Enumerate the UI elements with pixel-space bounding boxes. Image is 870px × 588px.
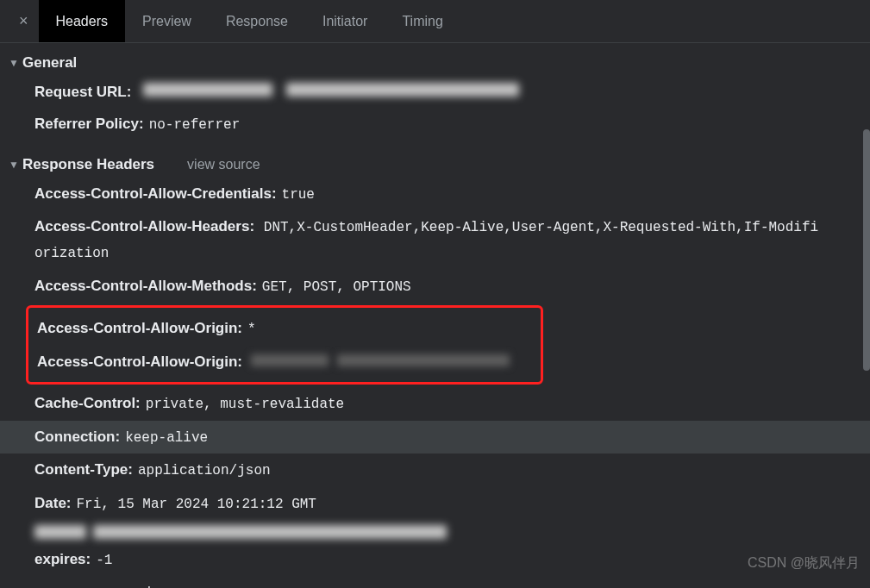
section-general-title: General [22, 54, 77, 72]
header-label: Content-Type: [34, 458, 133, 481]
cache-control-row: Cache-Control: private, must-revalidate [0, 387, 870, 421]
ac-allow-headers-row: Access-Control-Allow-Headers: DNT,X-Cust… [0, 210, 870, 269]
header-label: Cache-Control: [34, 391, 141, 415]
watermark: CSDN @晓风伴月 [748, 554, 860, 572]
tab-initiator[interactable]: Initiator [305, 0, 385, 42]
header-label: Access-Control-Allow-Methods: [34, 274, 257, 297]
scrollbar-thumb[interactable] [863, 129, 870, 371]
tab-preview[interactable]: Preview [125, 0, 209, 42]
referrer-policy-value: no-referrer [149, 115, 241, 137]
redacted-value [286, 83, 519, 97]
header-value: true [282, 185, 315, 207]
header-label: Access-Control-Allow-Origin: [37, 350, 242, 373]
ac-allow-origin-row-2: Access-Control-Allow-Origin: [37, 346, 541, 378]
ac-allow-credentials-row: Access-Control-Allow-Credentials: true [0, 178, 870, 211]
header-label: Access-Control-Allow-Credentials: [34, 182, 277, 205]
header-value: private, must-revalidate [146, 394, 344, 416]
header-label: pragma: [34, 580, 92, 588]
header-value: GET, POST, OPTIONS [262, 277, 411, 299]
connection-row: Connection: keep-alive [0, 421, 870, 454]
headers-panel: ▼ General Request URL: Referrer Policy: … [0, 43, 870, 588]
tab-response[interactable]: Response [209, 0, 305, 42]
request-url-label: Request URL: [34, 80, 131, 103]
chevron-down-icon: ▼ [9, 57, 17, 69]
header-value: DNT,X-CustomHeader,Keep-Alive,User-Agent… [264, 220, 825, 235]
header-label: Date: [34, 491, 72, 515]
header-value: * [247, 319, 256, 341]
section-response-headers-title: Response Headers [22, 156, 154, 173]
redacted-value [143, 83, 272, 97]
ac-allow-origin-row-1: Access-Control-Allow-Origin: * [37, 312, 541, 346]
header-value: keep-alive [125, 428, 208, 450]
request-url-row: Request URL: [0, 76, 870, 108]
header-value: no-cache [97, 583, 164, 588]
content-type-row: Content-Type: application/json [0, 454, 870, 487]
tab-headers[interactable]: Headers [39, 0, 125, 42]
pragma-row: pragma: no-cache [0, 576, 870, 588]
redacted-value [34, 525, 86, 539]
header-label: Access-Control-Allow-Headers: [34, 218, 254, 235]
view-source-link[interactable]: view source [187, 157, 260, 172]
header-value: application/json [138, 460, 271, 483]
header-label: Access-Control-Allow-Origin: [37, 316, 242, 340]
redacted-value [93, 525, 447, 539]
referrer-policy-row: Referrer Policy: no-referrer [0, 108, 870, 141]
highlighted-annotation-box: Access-Control-Allow-Origin: * Access-Co… [26, 305, 543, 385]
header-value: -1 [96, 550, 112, 572]
close-icon[interactable]: × [9, 12, 39, 30]
ac-allow-methods-row: Access-Control-Allow-Methods: GET, POST,… [0, 270, 870, 303]
tab-bar: × Headers Preview Response Initiator Tim… [0, 0, 870, 43]
date-row: Date: Fri, 15 Mar 2024 10:21:12 GMT [0, 487, 870, 521]
header-label: Connection: [34, 425, 120, 448]
header-label: expires: [34, 547, 91, 571]
referrer-policy-label: Referrer Policy: [34, 112, 144, 135]
section-response-headers-toggle[interactable]: ▼ Response Headers view source [0, 152, 870, 178]
tab-timing[interactable]: Timing [385, 0, 460, 42]
redacted-value [337, 354, 510, 366]
section-general-toggle[interactable]: ▼ General [0, 50, 870, 76]
header-value-continued: orization [34, 246, 116, 261]
redacted-header-row [0, 521, 870, 543]
expires-row: expires: -1 [0, 543, 870, 577]
header-value: Fri, 15 Mar 2024 10:21:12 GMT [77, 494, 316, 516]
chevron-down-icon: ▼ [9, 159, 17, 171]
redacted-value [251, 354, 329, 366]
